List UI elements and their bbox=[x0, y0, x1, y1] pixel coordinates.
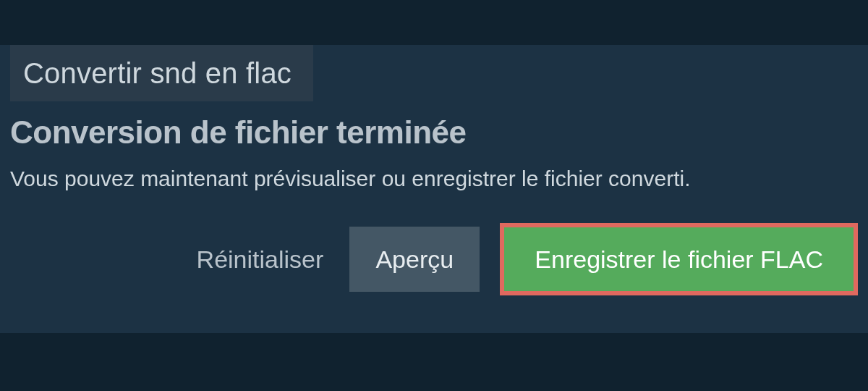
action-row: Réinitialiser Aperçu Enregistrer le fich… bbox=[10, 223, 858, 295]
save-button-highlight: Enregistrer le fichier FLAC bbox=[500, 223, 858, 295]
tab-convert-snd-flac[interactable]: Convertir snd en flac bbox=[10, 45, 313, 101]
conversion-complete-heading: Conversion de fichier terminée bbox=[10, 114, 858, 151]
tab-label: Convertir snd en flac bbox=[23, 57, 292, 90]
conversion-panel: Convertir snd en flac Conversion de fich… bbox=[0, 45, 868, 333]
save-flac-button[interactable]: Enregistrer le fichier FLAC bbox=[504, 227, 854, 291]
content-area: Conversion de fichier terminée Vous pouv… bbox=[10, 114, 858, 295]
reset-link[interactable]: Réinitialiser bbox=[197, 245, 324, 274]
preview-button[interactable]: Aperçu bbox=[349, 227, 480, 292]
conversion-complete-subtext: Vous pouvez maintenant prévisualiser ou … bbox=[10, 167, 858, 191]
